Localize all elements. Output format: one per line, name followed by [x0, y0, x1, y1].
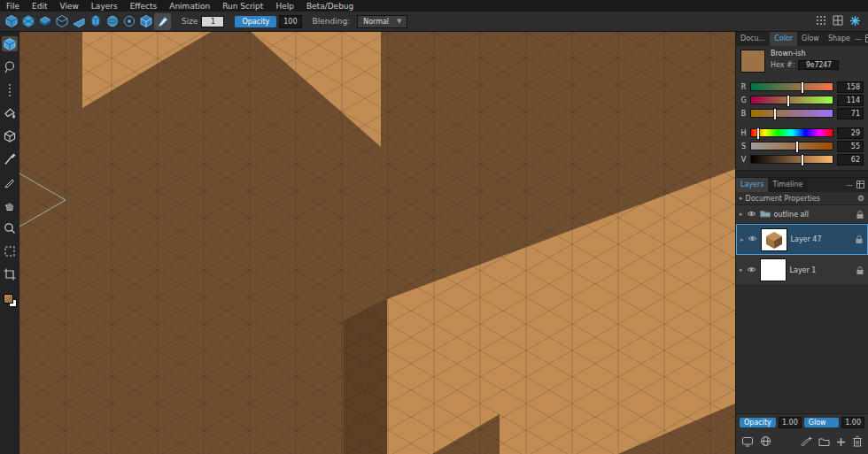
saturation-value[interactable]: 55	[837, 141, 864, 152]
hexel-wedge-tool[interactable]	[53, 13, 70, 30]
hexel-pen-tool[interactable]	[154, 13, 171, 30]
saturation-slider-handle[interactable]	[796, 142, 798, 152]
menu-edit[interactable]: Edit	[26, 2, 53, 11]
canvas[interactable]	[19, 32, 735, 454]
layer-row-selected[interactable]: ▸ Layer 47	[736, 224, 868, 255]
hexel-block-tool[interactable]	[137, 13, 154, 30]
color-swatch[interactable]	[4, 294, 17, 307]
hexel-sphere-tool[interactable]	[104, 13, 120, 30]
current-color-swatch[interactable]	[740, 50, 765, 73]
blue-slider[interactable]	[750, 109, 833, 118]
panel-collapse-icon[interactable]: —	[846, 181, 853, 189]
tab-timeline[interactable]: Timeline	[768, 178, 807, 192]
globe-icon[interactable]	[760, 434, 771, 450]
hex-input[interactable]	[798, 60, 839, 70]
layer-row[interactable]: ▸ Layer 1	[736, 255, 868, 286]
blue-value[interactable]: 71	[837, 108, 864, 119]
hand-tool[interactable]	[2, 197, 18, 212]
menu-effects[interactable]: Effects	[124, 2, 164, 11]
tab-layers[interactable]: Layers	[736, 178, 768, 192]
lock-icon[interactable]	[856, 210, 864, 219]
layer-group-row[interactable]: ▸ outline all	[736, 205, 868, 224]
opacity-value-box[interactable]: 100	[279, 15, 301, 28]
visibility-eye-icon[interactable]	[747, 210, 756, 219]
hue-slider-handle[interactable]	[757, 128, 759, 139]
layer-glow-value[interactable]: 1.00	[841, 417, 864, 428]
pixel-grid-icon[interactable]	[816, 15, 826, 27]
green-slider-handle[interactable]	[787, 96, 789, 106]
new-layer-pencil-icon[interactable]	[800, 434, 812, 450]
display-icon[interactable]	[741, 434, 754, 450]
layer-thumbnail[interactable]	[761, 228, 787, 251]
document-properties-row[interactable]: ▸ Document Properties ⚙	[736, 192, 868, 205]
snowflake-icon[interactable]	[849, 15, 861, 28]
menu-animation[interactable]: Animation	[163, 2, 216, 11]
menu-view[interactable]: View	[54, 2, 85, 11]
tab-shape[interactable]: Shape	[824, 32, 855, 46]
blending-dropdown[interactable]: Normal ▼	[357, 15, 407, 28]
hue-slider[interactable]	[750, 128, 833, 137]
blue-slider-handle[interactable]	[774, 109, 776, 119]
select-tool[interactable]	[2, 36, 18, 51]
chevron-right-icon[interactable]: ▸	[740, 211, 743, 218]
fill-tool[interactable]	[2, 105, 18, 120]
red-slider-handle[interactable]	[802, 82, 803, 93]
crop-tool[interactable]	[2, 266, 18, 281]
panel-collapse-icon[interactable]: —	[855, 35, 862, 43]
brush-tool[interactable]	[2, 151, 18, 166]
tab-color[interactable]: Color	[770, 32, 797, 46]
layers-empty-area[interactable]	[736, 286, 868, 413]
new-folder-icon[interactable]	[818, 434, 830, 450]
tab-glow[interactable]: Glow	[797, 32, 824, 46]
gear-icon[interactable]: ⚙	[857, 194, 864, 203]
layer-opacity-value[interactable]: 1.00	[779, 417, 802, 428]
lock-icon[interactable]	[856, 265, 864, 275]
hexel-ramp-tool[interactable]	[70, 13, 87, 30]
marquee-tool[interactable]	[2, 243, 18, 258]
menu-file[interactable]: File	[0, 2, 26, 11]
green-slider[interactable]	[750, 96, 833, 104]
visibility-eye-icon[interactable]	[748, 235, 757, 244]
tab-document[interactable]: Docu...	[736, 32, 770, 46]
hexel-cube-tool[interactable]	[3, 13, 19, 30]
layer-name: Layer 1	[790, 266, 817, 274]
grid-icon[interactable]	[833, 15, 843, 27]
saturation-slider[interactable]	[750, 142, 833, 150]
chevron-right-icon[interactable]: ▸	[740, 266, 743, 273]
lasso-tool[interactable]	[2, 59, 18, 74]
red-value[interactable]: 158	[837, 81, 864, 93]
layers-panel: ▸ Document Properties ⚙ ▸ outline all ▸ …	[736, 192, 868, 454]
opacity-toggle-button[interactable]: Opacity	[235, 16, 276, 27]
layer-opacity-slider[interactable]: Opacity	[740, 418, 776, 427]
menu-layers[interactable]: Layers	[85, 2, 124, 11]
menu-help[interactable]: Help	[269, 2, 300, 11]
menu-beta-debug[interactable]: Beta/Debug	[300, 2, 360, 11]
prism-tool[interactable]	[2, 128, 18, 143]
pencil-tool[interactable]	[2, 174, 18, 189]
green-value[interactable]: 114	[837, 95, 864, 106]
value-slider-handle[interactable]	[802, 155, 803, 165]
foreground-color-swatch[interactable]	[4, 294, 13, 304]
visibility-eye-icon[interactable]	[747, 265, 756, 275]
add-layer-icon[interactable]	[836, 434, 846, 450]
right-panel: Docu... Color Glow Shape — Brown-ish Hex…	[735, 32, 868, 454]
hexel-column-tool[interactable]	[87, 13, 104, 30]
polyline-tool[interactable]	[2, 82, 18, 97]
layer-glow-slider[interactable]: Glow	[804, 418, 839, 427]
hexel-slab-tool[interactable]	[36, 13, 53, 30]
red-slider[interactable]	[750, 82, 833, 91]
size-input[interactable]	[201, 16, 224, 27]
layers-panel-tabs: Layers Timeline —	[736, 178, 868, 192]
value-value[interactable]: 62	[837, 154, 864, 165]
trash-icon[interactable]	[852, 434, 863, 450]
layer-thumbnail[interactable]	[760, 258, 787, 281]
hue-value[interactable]: 29	[837, 127, 864, 139]
menu-run-script[interactable]: Run Script	[216, 2, 269, 11]
hexel-disc-tool[interactable]	[120, 13, 137, 30]
panel-dock-icon[interactable]	[856, 181, 864, 190]
zoom-tool[interactable]	[2, 220, 18, 235]
lock-icon[interactable]	[855, 235, 864, 244]
hexel-prism-tool[interactable]	[19, 13, 36, 30]
chevron-right-icon[interactable]: ▸	[740, 236, 744, 243]
value-slider[interactable]	[750, 155, 833, 164]
